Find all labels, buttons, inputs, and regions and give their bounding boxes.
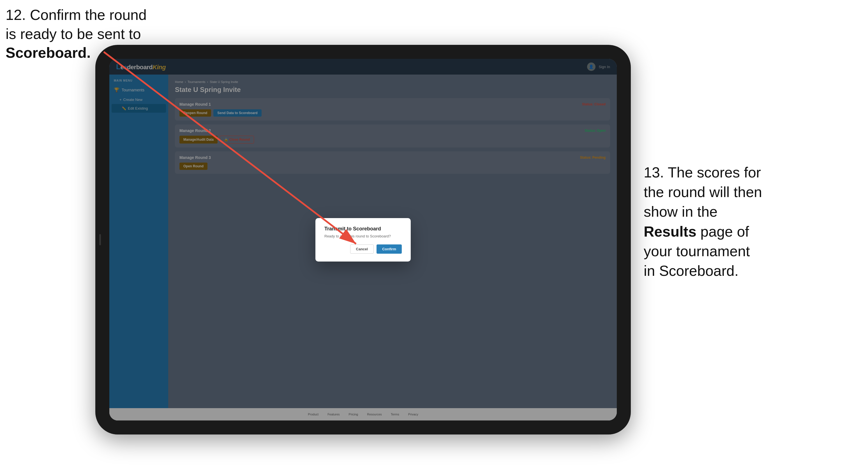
annotation-line2: is ready to be sent to bbox=[6, 26, 141, 42]
annotation-top-left: 12. Confirm the round is ready to be sen… bbox=[6, 6, 147, 63]
annotation-right-text: 13. The scores forthe round will thensho… bbox=[644, 164, 762, 279]
tablet-screen: LeaderboardKing 👤 Sign In MAIN MENU 🏆 To… bbox=[109, 59, 617, 421]
modal-subtitle: Ready to send this round to Scoreboard? bbox=[324, 234, 402, 238]
tablet-device: LeaderboardKing 👤 Sign In MAIN MENU 🏆 To… bbox=[95, 45, 631, 434]
annotation-right: 13. The scores forthe round will thensho… bbox=[644, 163, 862, 281]
annotation-line3: Scoreboard. bbox=[6, 44, 91, 61]
tablet-side-button bbox=[99, 234, 101, 245]
transmit-modal: Transmit to Scoreboard Ready to send thi… bbox=[315, 218, 411, 261]
modal-cancel-button[interactable]: Cancel bbox=[350, 244, 374, 254]
modal-overlay: Transmit to Scoreboard Ready to send thi… bbox=[109, 59, 617, 421]
modal-confirm-button[interactable]: Confirm bbox=[376, 244, 402, 254]
annotation-line1: 12. Confirm the round bbox=[6, 7, 147, 23]
modal-title: Transmit to Scoreboard bbox=[324, 226, 402, 232]
modal-actions: Cancel Confirm bbox=[324, 244, 402, 254]
